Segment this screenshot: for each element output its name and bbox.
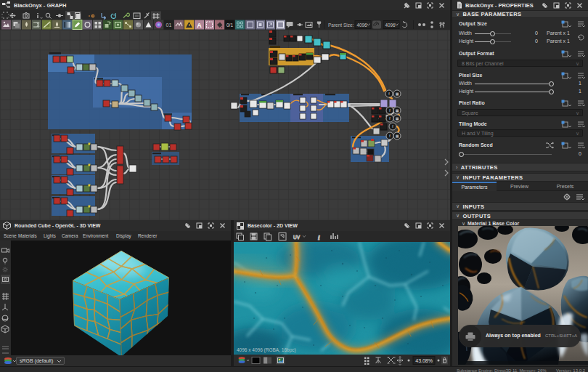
svg-text:43.08%: 43.08% bbox=[415, 358, 433, 363]
svg-text:4096: 4096 bbox=[357, 23, 368, 28]
svg-text:▦: ▦ bbox=[396, 92, 399, 96]
svg-text:UV: UV bbox=[293, 235, 301, 240]
svg-text:0/1: 0/1 bbox=[226, 23, 233, 28]
svg-text:▦: ▦ bbox=[396, 134, 399, 138]
svg-text:4096: 4096 bbox=[385, 23, 396, 28]
svg-text:A: A bbox=[197, 22, 202, 29]
svg-text:01: 01 bbox=[166, 23, 172, 28]
svg-text:Parent Size:: Parent Size: bbox=[328, 23, 354, 28]
svg-text:▦: ▦ bbox=[396, 116, 399, 121]
svg-text:▦: ▦ bbox=[396, 108, 399, 113]
svg-text:i: i bbox=[318, 234, 320, 241]
svg-text:4096 x 4096 (RGBA, 16bpc): 4096 x 4096 (RGBA, 16bpc) bbox=[237, 347, 296, 353]
